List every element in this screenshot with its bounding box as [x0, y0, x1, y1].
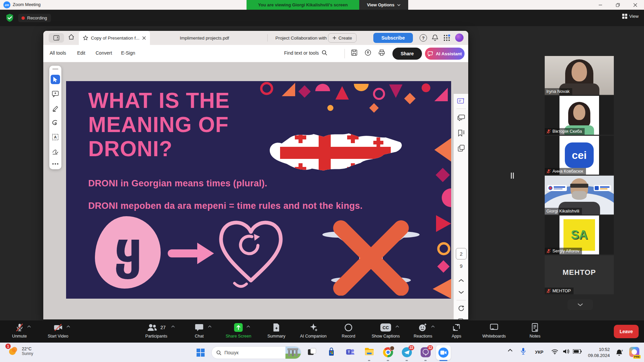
- chat-caret[interactable]: [208, 325, 212, 328]
- find-text-button[interactable]: Find text or tools: [284, 50, 327, 56]
- video-options-caret[interactable]: [66, 325, 70, 328]
- save-button[interactable]: [351, 49, 358, 56]
- participants-caret[interactable]: [171, 325, 175, 328]
- participant-tile-mentor[interactable]: МЕНТОР МЕНТОР: [545, 255, 614, 294]
- taskbar-search[interactable]: Пошук: [211, 346, 301, 359]
- presentation-slide[interactable]: WHAT IS THE MEANING OF DRONI?: [66, 81, 451, 299]
- document-menu-button[interactable]: [49, 33, 64, 43]
- home-button[interactable]: [68, 34, 74, 40]
- tray-expand-chevron[interactable]: [508, 349, 513, 352]
- battery-icon[interactable]: [573, 349, 582, 354]
- highlight-tool-button[interactable]: [51, 104, 60, 113]
- participant-tile-viktoriia[interactable]: Вікторія Скиба: [545, 96, 614, 135]
- whiteboards-button[interactable]: Whiteboards: [482, 323, 506, 339]
- weather-widget[interactable]: 1 22°C Sunny: [7, 345, 33, 357]
- sign-tool-button[interactable]: [51, 147, 60, 156]
- palette-drag-handle[interactable]: [52, 68, 58, 70]
- menu-all-tools[interactable]: All tools: [50, 50, 66, 56]
- apps-button[interactable]: Apps: [452, 323, 462, 339]
- participant-name: Анна Ковбасюк: [552, 169, 583, 174]
- encryption-shield-icon[interactable]: [5, 13, 14, 22]
- tab-copy-of-presentation[interactable]: Copy of Presentation f...: [79, 31, 150, 45]
- show-captions-button[interactable]: CC Show Captions: [372, 323, 400, 339]
- record-button[interactable]: Record: [342, 323, 355, 339]
- export-page-button[interactable]: [457, 317, 466, 319]
- text-select-tool-button[interactable]: A: [51, 132, 60, 142]
- more-tools-button[interactable]: [55, 163, 56, 165]
- summary-button[interactable]: Summary: [267, 323, 285, 339]
- rotate-page-button[interactable]: [457, 304, 466, 313]
- search-highlight-image[interactable]: [285, 347, 301, 359]
- captions-caret[interactable]: [395, 325, 399, 328]
- unmute-button[interactable]: Unmute: [12, 323, 27, 339]
- tray-mic-icon[interactable]: [521, 348, 526, 355]
- ai-summary-panel-button[interactable]: [457, 97, 466, 106]
- pages-thumbnails-button[interactable]: [457, 143, 466, 153]
- apps-grid-button[interactable]: [443, 34, 450, 42]
- chat-button[interactable]: Chat: [195, 323, 204, 339]
- comments-panel-button[interactable]: [457, 113, 466, 123]
- draw-tool-button[interactable]: [51, 118, 60, 127]
- close-button[interactable]: [627, 0, 644, 10]
- reactions-caret[interactable]: [431, 325, 435, 328]
- close-tab-icon[interactable]: [142, 36, 146, 40]
- viber-icon[interactable]: 12: [421, 347, 431, 357]
- view-layout-button[interactable]: View: [622, 14, 639, 19]
- teams-icon[interactable]: T: [345, 347, 356, 357]
- share-button[interactable]: Share: [392, 48, 422, 60]
- chrome-icon[interactable]: [383, 347, 393, 357]
- share-screen-button[interactable]: Share Screen: [226, 323, 251, 339]
- print-button[interactable]: [378, 49, 385, 56]
- help-button[interactable]: ?: [420, 34, 427, 42]
- bookmark-icon: [458, 130, 465, 136]
- copilot-icon[interactable]: PRE: [629, 347, 639, 357]
- star-icon[interactable]: [83, 35, 88, 41]
- start-video-button[interactable]: Start Video: [48, 323, 68, 339]
- more-participants-button[interactable]: [568, 299, 593, 310]
- participant-tile-anna[interactable]: cei Анна Ковбасюк: [545, 136, 614, 175]
- zoom-taskbar-icon[interactable]: [436, 345, 451, 360]
- account-avatar[interactable]: [455, 34, 464, 42]
- participant-tile-iryna[interactable]: Iryna Novak: [545, 56, 614, 95]
- add-comment-tool-button[interactable]: [51, 89, 60, 99]
- document-canvas[interactable]: WHAT IS THE MEANING OF DRONI?: [43, 62, 468, 319]
- menu-edit[interactable]: Edit: [77, 50, 85, 56]
- leave-meeting-button[interactable]: Leave: [614, 325, 639, 338]
- language-indicator[interactable]: УКР: [535, 350, 543, 355]
- notification-bell-icon[interactable]: z: [615, 349, 623, 357]
- recording-indicator[interactable]: Recording: [18, 14, 51, 22]
- participant-tile-giorgi-active-speaker[interactable]: Giorgi Kikalishvili: [545, 176, 614, 215]
- participant-tile-sergiy[interactable]: SA Sergiy Alforov: [545, 216, 614, 254]
- ai-companion-button[interactable]: AI Companion: [300, 323, 326, 339]
- restore-button[interactable]: [609, 0, 627, 10]
- upload-cloud-button[interactable]: [364, 49, 372, 56]
- current-page-input[interactable]: 2: [456, 248, 467, 259]
- bookmarks-panel-button[interactable]: [457, 128, 466, 138]
- create-button[interactable]: Create: [328, 33, 357, 43]
- microsoft-store-icon[interactable]: [327, 347, 337, 357]
- menu-convert[interactable]: Convert: [96, 50, 112, 56]
- mic-options-caret[interactable]: [27, 325, 31, 328]
- reactions-button[interactable]: Reactions: [414, 323, 432, 339]
- minimize-button[interactable]: [592, 0, 609, 10]
- notes-button[interactable]: Notes: [530, 323, 541, 339]
- task-view-button[interactable]: [307, 347, 317, 357]
- previous-page-button[interactable]: [457, 276, 466, 285]
- tab-implimented-projects[interactable]: Implimented projects.pdf: [176, 31, 233, 45]
- wifi-icon[interactable]: [551, 349, 558, 354]
- subscribe-button[interactable]: Subscribe: [373, 33, 413, 43]
- menu-esign[interactable]: E-Sign: [121, 50, 135, 56]
- share-caret[interactable]: [247, 325, 250, 328]
- select-tool-button[interactable]: [51, 75, 60, 84]
- telegram-icon[interactable]: 22: [402, 347, 412, 357]
- speaker-icon[interactable]: [563, 349, 570, 354]
- windows-start-button[interactable]: [197, 349, 205, 357]
- file-explorer-icon[interactable]: [364, 347, 374, 357]
- participants-button[interactable]: 27 Participants: [145, 323, 167, 339]
- clock-widget[interactable]: 10:52 09.08.2024: [588, 347, 610, 359]
- notifications-button[interactable]: [432, 34, 438, 41]
- chat-icon: [195, 323, 204, 331]
- next-page-button[interactable]: [457, 288, 466, 297]
- ai-assistant-button[interactable]: AI Assistant: [425, 48, 465, 60]
- view-options-button[interactable]: View Options: [359, 0, 408, 10]
